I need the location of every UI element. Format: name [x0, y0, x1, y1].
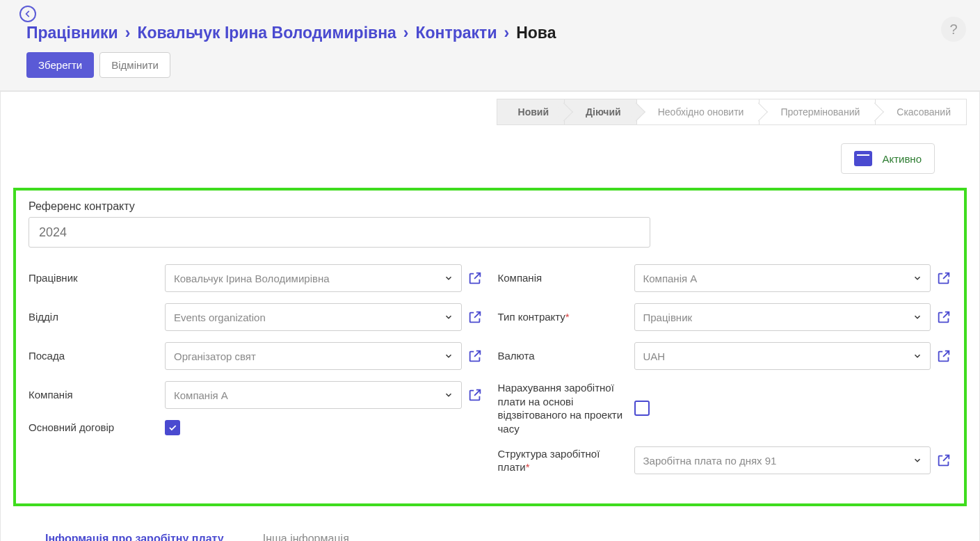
currency-select[interactable]: UAH: [634, 342, 931, 370]
external-link-icon[interactable]: [936, 348, 951, 364]
contract-type-select[interactable]: Працівник: [634, 303, 931, 331]
status-step-cancelled[interactable]: Скасований: [876, 99, 967, 125]
tab-other-info[interactable]: Інша інформація: [263, 533, 349, 541]
main-contract-checkbox[interactable]: [165, 420, 180, 435]
department-select[interactable]: Events organization: [165, 303, 462, 331]
position-label: Посада: [29, 349, 159, 363]
currency-label: Валюта: [498, 349, 629, 363]
status-step-expired[interactable]: Протермінований: [760, 99, 876, 125]
breadcrumb-current: Нова: [516, 24, 556, 42]
chevron-down-icon: [444, 390, 453, 400]
status-step-update-needed[interactable]: Необхідно оновити: [637, 99, 760, 125]
contract-type-label: Тип контракту*: [498, 310, 629, 324]
currency-value: UAH: [643, 350, 666, 362]
chevron-down-icon: [444, 351, 453, 361]
chevron-down-icon: [913, 273, 922, 283]
payroll-by-time-checkbox[interactable]: [634, 401, 650, 416]
external-link-icon[interactable]: [467, 309, 483, 325]
salary-structure-select[interactable]: Заробітна плата по днях 91: [634, 446, 931, 474]
main-contract-label: Основний договір: [29, 421, 159, 435]
external-link-icon[interactable]: [936, 270, 951, 286]
reference-label: Референс контракту: [29, 200, 951, 213]
salary-structure-value: Заробітна плата по днях 91: [643, 455, 777, 467]
employee-label: Працівник: [29, 271, 159, 285]
company-left-value: Компанія А: [174, 389, 228, 401]
breadcrumb-contracts[interactable]: Контракти: [416, 24, 497, 42]
save-button[interactable]: Зберегти: [26, 52, 94, 78]
external-link-icon[interactable]: [467, 270, 483, 286]
department-value: Events organization: [174, 312, 266, 323]
breadcrumb-sep: ›: [504, 24, 510, 42]
status-stepper: Новий Діючий Необхідно оновити Протермін…: [497, 99, 967, 125]
tab-salary-info[interactable]: Інформація про заробітну плату: [45, 533, 224, 541]
chevron-down-icon: [913, 455, 922, 465]
employee-select[interactable]: Ковальчук Ірина Володимирівна: [165, 264, 462, 292]
company-right-select[interactable]: Компанія А: [634, 264, 931, 292]
status-step-new[interactable]: Новий: [497, 99, 565, 125]
position-select[interactable]: Організатор свят: [165, 342, 462, 370]
active-badge-label: Активно: [882, 153, 922, 165]
chevron-down-icon: [444, 312, 453, 322]
reference-input[interactable]: [29, 217, 650, 248]
status-step-active[interactable]: Діючий: [565, 99, 637, 125]
external-link-icon[interactable]: [936, 453, 951, 468]
breadcrumb-sep: ›: [403, 24, 409, 42]
breadcrumb: Працівники › Ковальчук Ірина Володимирів…: [26, 24, 954, 42]
company-right-label: Компанія: [498, 271, 629, 285]
payroll-by-time-label: Нарахування заробітної плати на основі в…: [498, 381, 629, 435]
breadcrumb-employees[interactable]: Працівники: [26, 24, 118, 42]
external-link-icon[interactable]: [936, 309, 951, 325]
chevron-down-icon: [913, 351, 922, 361]
chevron-down-icon: [444, 273, 453, 283]
position-value: Організатор свят: [174, 350, 256, 362]
active-badge[interactable]: Активно: [841, 143, 935, 174]
contract-type-value: Працівник: [643, 312, 693, 323]
company-left-select[interactable]: Компанія А: [165, 381, 462, 409]
company-right-value: Компанія А: [643, 273, 698, 284]
contract-form: Референс контракту Працівник Ковальчук І…: [13, 188, 967, 506]
employee-value: Ковальчук Ірина Володимирівна: [174, 273, 330, 284]
breadcrumb-sep: ›: [125, 24, 131, 42]
salary-structure-label: Структура заробітної плати*: [498, 447, 629, 474]
external-link-icon[interactable]: [467, 387, 483, 403]
department-label: Відділ: [29, 310, 159, 324]
back-button[interactable]: [19, 6, 36, 22]
company-left-label: Компанія: [29, 388, 159, 402]
external-link-icon[interactable]: [467, 348, 483, 364]
breadcrumb-employee-name[interactable]: Ковальчук Ірина Володимирівна: [137, 24, 396, 42]
cancel-button[interactable]: Відмінити: [99, 52, 170, 78]
help-button[interactable]: ?: [941, 17, 966, 42]
archive-icon: [854, 151, 872, 166]
chevron-down-icon: [913, 312, 922, 322]
